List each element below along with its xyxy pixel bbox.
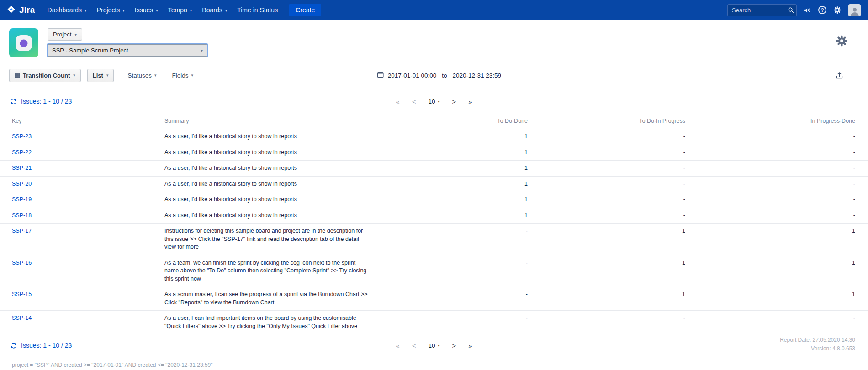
issue-key-link[interactable]: SSP-22 xyxy=(12,149,32,156)
page-size-select[interactable]: 10 ▾ xyxy=(428,342,439,349)
issue-key-link[interactable]: SSP-19 xyxy=(12,196,32,203)
chevron-down-icon: ▾ xyxy=(191,73,194,78)
refresh-icon[interactable] xyxy=(10,98,17,105)
todo-inprogress-value: - xyxy=(532,176,690,192)
export-icon[interactable] xyxy=(836,72,843,79)
search-input[interactable] xyxy=(727,4,797,16)
issue-summary: As a user, I can find important items on… xyxy=(160,311,381,334)
issue-summary: As a scrum master, I can see the progres… xyxy=(160,287,381,311)
chevron-down-icon: ▾ xyxy=(438,99,440,104)
nav-item-issues[interactable]: Issues ▾ xyxy=(130,0,163,20)
table-row: SSP-20 As a user, I'd like a historical … xyxy=(0,176,868,192)
inprogress-done-value: - xyxy=(690,176,868,192)
nav-item-projects[interactable]: Projects ▾ xyxy=(92,0,130,20)
issue-key-link[interactable]: SSP-14 xyxy=(12,315,32,321)
next-page-button[interactable]: > xyxy=(452,98,456,105)
first-page-button[interactable]: « xyxy=(396,98,399,105)
todo-inprogress-value: - xyxy=(532,129,690,145)
project-select-value: SSP - Sample Scrum Project xyxy=(52,47,128,54)
fields-label: Fields xyxy=(172,72,189,79)
issue-summary: As a user, I'd like a historical story t… xyxy=(160,129,381,145)
chevron-down-icon: ▾ xyxy=(225,8,228,13)
settings-icon[interactable] xyxy=(833,6,842,14)
page-size-select[interactable]: 10 ▾ xyxy=(428,98,439,105)
page-size-value: 10 xyxy=(428,98,435,105)
nav-item-time-in-status[interactable]: Time in Status xyxy=(232,0,283,20)
chevron-down-icon: ▾ xyxy=(156,8,158,13)
report-meta: Report Date: 27.05.2020 14:30 Version: 4… xyxy=(780,336,855,353)
report-toolbar: Transition Count ▾ List ▾ Statuses ▾ Fie… xyxy=(0,68,868,82)
table-row: SSP-23 As a user, I'd like a historical … xyxy=(0,129,868,145)
column-header-todo-inprogress[interactable]: To Do-In Progress xyxy=(532,115,690,129)
column-header-todo-done[interactable]: To Do-Done xyxy=(381,115,532,129)
todo-done-value: 1 xyxy=(381,208,532,224)
nav-item-label: Boards xyxy=(202,6,222,14)
chevron-down-icon: ▾ xyxy=(190,8,192,13)
project-controls: Project ▾ SSP - Sample Scrum Project ▾ xyxy=(48,28,207,57)
last-page-button[interactable]: » xyxy=(468,98,472,105)
issue-summary: As a user, I'd like a historical story t… xyxy=(160,208,381,224)
issues-count-link[interactable]: Issues: 1 - 10 / 23 xyxy=(21,342,72,349)
issues-count-link[interactable]: Issues: 1 - 10 / 23 xyxy=(21,98,72,105)
date-separator: to xyxy=(442,72,447,79)
nav-item-tempo[interactable]: Tempo ▾ xyxy=(163,0,197,20)
todo-inprogress-value: 1 xyxy=(532,287,690,311)
issue-summary: As a user, I'd like a historical story t… xyxy=(160,145,381,161)
column-header-key[interactable]: Key xyxy=(0,115,160,129)
view-type-label: List xyxy=(93,72,103,79)
todo-inprogress-value: - xyxy=(532,208,690,224)
nav-item-boards[interactable]: Boards ▾ xyxy=(197,0,232,20)
table-row: SSP-14 As a user, I can find important i… xyxy=(0,311,868,334)
column-header-inprogress-done[interactable]: In Progress-Done xyxy=(690,115,868,129)
chevron-down-icon: ▾ xyxy=(438,344,440,348)
jira-logo[interactable]: Jira xyxy=(6,5,35,16)
view-type-button[interactable]: List ▾ xyxy=(87,69,114,82)
issue-summary: As a team, we can finish the sprint by c… xyxy=(160,255,381,287)
nav-item-dashboards[interactable]: Dashboards ▾ xyxy=(42,0,92,20)
todo-inprogress-value: - xyxy=(532,145,690,161)
prev-page-button[interactable]: < xyxy=(412,342,416,349)
statuses-dropdown[interactable]: Statuses ▾ xyxy=(127,72,156,79)
inprogress-done-value: - xyxy=(690,145,868,161)
project-select[interactable]: SSP - Sample Scrum Project ▾ xyxy=(48,44,207,57)
date-range-picker[interactable]: 2017-01-01 00:00 to 2020-12-31 23:59 xyxy=(377,71,501,79)
table-row: SSP-15 As a scrum master, I can see the … xyxy=(0,287,868,311)
column-header-summary[interactable]: Summary xyxy=(160,115,381,129)
nav-left: Jira Dashboards ▾ Projects ▾ Issues ▾ Te… xyxy=(6,0,321,20)
project-avatar-eye xyxy=(20,39,28,47)
issue-summary: As a user, I'd like a historical story t… xyxy=(160,161,381,177)
issue-key-link[interactable]: SSP-23 xyxy=(12,133,32,140)
table-row: SSP-18 As a user, I'd like a historical … xyxy=(0,208,868,224)
user-avatar[interactable] xyxy=(848,4,861,16)
table-row: SSP-21 As a user, I'd like a historical … xyxy=(0,161,868,177)
issue-key-link[interactable]: SSP-18 xyxy=(12,212,32,219)
results-bar-top: Issues: 1 - 10 / 23 « < 10 ▾ > » xyxy=(0,90,868,112)
issue-key-link[interactable]: SSP-21 xyxy=(12,165,32,171)
inprogress-done-value: - xyxy=(690,129,868,145)
refresh-icon[interactable] xyxy=(10,342,17,349)
issue-key-link[interactable]: SSP-17 xyxy=(12,228,32,234)
create-button[interactable]: Create xyxy=(289,4,321,16)
table-header-row: Key Summary To Do-Done To Do-In Progress… xyxy=(0,115,868,129)
report-settings-gear-icon[interactable] xyxy=(836,35,848,47)
todo-done-value: - xyxy=(381,287,532,311)
todo-inprogress-value: 1 xyxy=(532,255,690,287)
first-page-button[interactable]: « xyxy=(396,342,399,349)
issue-key-link[interactable]: SSP-16 xyxy=(12,260,32,266)
fields-dropdown[interactable]: Fields ▾ xyxy=(172,72,194,79)
todo-inprogress-value: 1 xyxy=(532,224,690,255)
last-page-button[interactable]: » xyxy=(468,342,472,349)
prev-page-button[interactable]: < xyxy=(412,98,416,105)
next-page-button[interactable]: > xyxy=(452,342,456,349)
jira-logo-icon xyxy=(6,5,16,16)
table-row: SSP-17 Instructions for deleting this sa… xyxy=(0,224,868,255)
help-icon[interactable]: ? xyxy=(818,6,826,14)
announcement-icon[interactable] xyxy=(804,6,811,14)
project-type-button[interactable]: Project ▾ xyxy=(48,28,82,41)
report-type-button[interactable]: Transition Count ▾ xyxy=(9,69,81,82)
issue-key-link[interactable]: SSP-20 xyxy=(12,181,32,187)
search-icon[interactable] xyxy=(788,7,794,13)
issue-summary: Instructions for deleting this sample bo… xyxy=(160,224,381,255)
chevron-down-icon: ▾ xyxy=(74,32,77,37)
issue-key-link[interactable]: SSP-15 xyxy=(12,291,32,297)
